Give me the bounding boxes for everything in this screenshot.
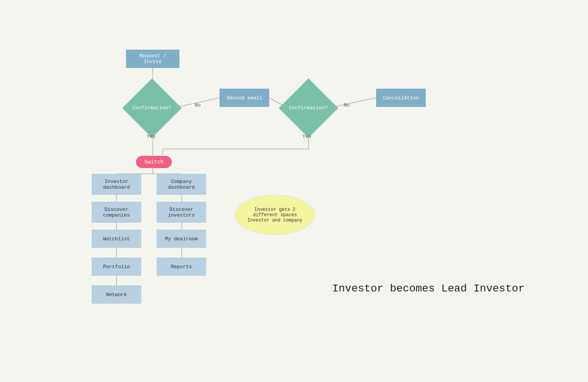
discover-companies-node: Discover companies — [92, 202, 141, 223]
no2-label: No — [344, 102, 350, 108]
second-email-node: Second email — [220, 89, 269, 107]
yes2-label: Yes — [302, 134, 311, 139]
discover-investors-node: Discover investors — [157, 202, 206, 223]
connections-svg — [0, 0, 588, 382]
request-invite-node: Request / Invite — [126, 50, 179, 68]
my-dealroom-node: My dealroom — [157, 230, 206, 248]
confirmation2-diamond: Confirmation? — [286, 86, 330, 130]
watchlist-node: Watchlist — [92, 230, 141, 248]
svg-line-3 — [330, 98, 376, 108]
no1-label: No — [195, 102, 201, 108]
note-ellipse: Investor gets 2 different spaces Investo… — [235, 195, 315, 235]
investor-dashboard-node: Investor dashboard — [92, 174, 141, 195]
reports-node: Reports — [157, 257, 206, 276]
confirmation1-diamond: Confirmation? — [130, 86, 174, 130]
cancellation-node: Cancellation — [376, 89, 426, 107]
portfolio-node: Portfolio — [92, 257, 141, 276]
yes1-label: Yes — [147, 134, 155, 139]
lead-investor-text: Investor becomes Lead Investor — [332, 283, 525, 295]
switch-node: Switch — [136, 156, 172, 168]
canvas: Request / Invite Confirmation? Second em… — [0, 0, 588, 382]
company-dashboard-node: Company dashboard — [157, 174, 206, 195]
network-node: Network — [92, 285, 141, 304]
